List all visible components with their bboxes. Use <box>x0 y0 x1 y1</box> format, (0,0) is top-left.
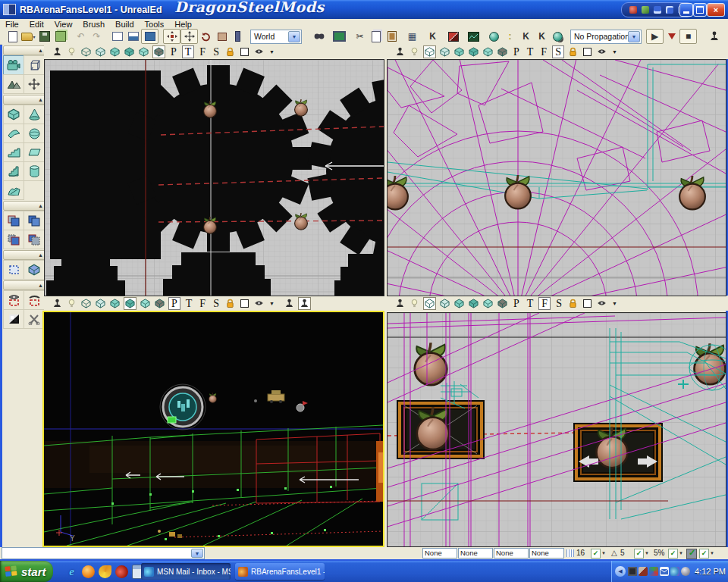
light-icon[interactable] <box>409 46 420 58</box>
texture-stats-button[interactable] <box>466 30 482 43</box>
mode-textured-icon[interactable] <box>482 46 494 58</box>
side-view-letter[interactable]: S <box>211 46 221 58</box>
top-view-letter[interactable]: T <box>525 298 536 309</box>
maximize-viewport-icon[interactable] <box>582 298 593 309</box>
actor-properties-button[interactable] <box>706 30 722 43</box>
autosave-caret[interactable]: ▼ <box>710 551 714 555</box>
volume-brush-button[interactable] <box>24 260 45 280</box>
pan-mode-button[interactable] <box>180 29 198 44</box>
realtime-audio-icon[interactable] <box>298 297 311 310</box>
top-view-letter[interactable]: T <box>182 45 195 58</box>
curved-stair-brush-button[interactable] <box>3 180 24 200</box>
menu-brush[interactable]: Brush <box>77 20 110 29</box>
actor-icon[interactable] <box>394 46 406 58</box>
mode-wireframe-icon[interactable] <box>80 46 92 58</box>
viewport-front-view[interactable] <box>387 312 726 547</box>
mode-texture-use-icon[interactable] <box>453 46 465 58</box>
show-flags-icon[interactable] <box>253 46 265 58</box>
new-map-button[interactable] <box>5 30 20 43</box>
front-view-letter[interactable]: F <box>197 46 208 58</box>
special-brush-button[interactable] <box>3 260 24 280</box>
save-map-button[interactable] <box>36 30 52 43</box>
viewport-config-1-button[interactable] <box>109 30 125 43</box>
pickup-base-frame-2[interactable] <box>573 423 663 482</box>
search-actors-button[interactable] <box>311 30 327 43</box>
status-slot-2[interactable]: None <box>458 548 493 559</box>
brush-clip-button[interactable] <box>230 30 246 43</box>
internet-explorer-icon[interactable]: e <box>65 565 78 578</box>
maximize-viewport-icon[interactable] <box>239 298 250 309</box>
tray-messenger-icon[interactable] <box>670 567 679 576</box>
pickup-base-frame-1[interactable] <box>397 400 485 459</box>
perspective-letter[interactable]: P <box>511 298 522 309</box>
build-geometry-button[interactable] <box>486 30 502 43</box>
mode-lit-icon[interactable] <box>497 298 508 309</box>
tray-camera-icon[interactable] <box>628 567 637 576</box>
undo-button[interactable]: ↶ <box>73 30 89 43</box>
replace-textures-button[interactable] <box>445 30 461 43</box>
firefox-icon[interactable] <box>82 565 95 578</box>
scale-mode-button[interactable] <box>214 30 230 43</box>
add-volume-button[interactable] <box>664 30 679 43</box>
mode-texture-use-icon[interactable] <box>109 46 121 58</box>
vertex-edit-button[interactable] <box>24 55 45 75</box>
viewport-top-view[interactable] <box>44 59 384 296</box>
close-button[interactable]: × <box>707 3 725 17</box>
coordinate-system-select[interactable]: World▼ <box>250 30 302 44</box>
actor-icon[interactable] <box>52 46 63 58</box>
lock-icon[interactable] <box>567 298 579 309</box>
maximize-viewport-icon[interactable] <box>239 46 250 58</box>
menu-view[interactable]: View <box>49 20 78 29</box>
tray-app2-icon[interactable] <box>649 567 658 576</box>
drag-grid-caret[interactable]: ▼ <box>601 551 606 555</box>
mode-wireframe-icon[interactable] <box>423 45 436 58</box>
realtime-preview-icon[interactable] <box>284 298 295 309</box>
copy-button[interactable] <box>368 30 384 43</box>
matinee-button[interactable] <box>24 74 45 94</box>
perspective-letter[interactable]: P <box>168 46 179 58</box>
light-icon[interactable] <box>66 298 77 309</box>
build-all-button[interactable] <box>550 30 566 43</box>
mode-bsp-icon[interactable] <box>468 298 479 309</box>
palette-section-visibility[interactable]: ▲ <box>3 280 46 290</box>
pill-restore-icon[interactable] <box>666 6 673 14</box>
tray-mail-icon[interactable] <box>660 567 669 576</box>
status-slot-1[interactable]: None <box>422 548 457 559</box>
side-view-letter[interactable]: S <box>211 298 221 309</box>
mode-textured-icon[interactable] <box>482 298 494 309</box>
open-map-button[interactable]: ▾ <box>20 30 36 43</box>
lock-icon[interactable] <box>224 298 236 309</box>
fan-portal-sprite[interactable] <box>160 384 206 430</box>
mode-bsp-icon[interactable] <box>468 46 479 58</box>
mode-zone-icon[interactable] <box>439 46 450 58</box>
show-flags-icon[interactable] <box>596 298 607 309</box>
front-view-letter[interactable]: F <box>538 297 551 310</box>
minimize-button[interactable] <box>679 3 693 17</box>
rotation-grid-checkbox[interactable]: ✓ <box>634 549 644 559</box>
task-unrealed[interactable]: RBArenaFansLevel1 -... <box>235 563 325 580</box>
fullscreen-button[interactable] <box>331 30 347 43</box>
play-map-button[interactable]: ▶ <box>646 29 664 44</box>
mode-lighting-icon[interactable] <box>140 298 151 309</box>
small-sprite[interactable] <box>254 399 257 402</box>
rotate-mode-button[interactable] <box>198 30 214 43</box>
palette-section-csg[interactable]: ▲ <box>3 201 46 211</box>
select-mode-button[interactable]: ■ <box>679 29 697 44</box>
palette-section-modes[interactable]: ▲ <box>3 45 46 55</box>
align-cameras-button[interactable]: K <box>425 30 441 43</box>
pill-min-icon[interactable] <box>654 6 661 14</box>
csg-intersect-button[interactable] <box>3 230 24 249</box>
drag-grid-checkbox[interactable]: ✓ <box>591 549 601 559</box>
viewport-perspective[interactable]: Y <box>44 312 383 546</box>
mode-wireframe-icon[interactable] <box>80 298 92 309</box>
tray-chevron-icon[interactable]: ◀ <box>615 566 626 577</box>
menu-help[interactable]: Help <box>169 20 197 29</box>
mode-texture-use-icon[interactable] <box>453 298 465 309</box>
quicklaunch-red-icon[interactable] <box>115 565 128 578</box>
autosave-checkbox[interactable]: ✓ <box>699 549 709 559</box>
top-view-letter[interactable]: T <box>184 298 195 309</box>
sphere-brush-button[interactable] <box>24 124 45 143</box>
mode-lit-icon[interactable] <box>497 46 508 58</box>
mode-lit-icon[interactable] <box>152 45 165 58</box>
spiral-stair-brush-button[interactable] <box>3 161 24 181</box>
